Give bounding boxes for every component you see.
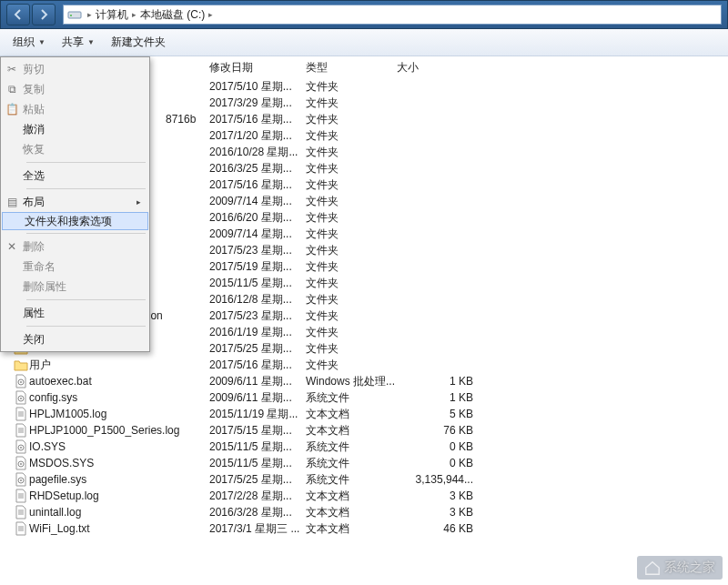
txt-icon	[13, 489, 29, 503]
file-type: 系统文件	[306, 390, 397, 406]
file-date: 2017/5/23 星期...	[209, 308, 306, 324]
file-name: unintall.log	[29, 506, 209, 519]
window-titlebar: ▸ 计算机 ▸ 本地磁盘 (C:) ▸	[0, 0, 728, 29]
sys-icon	[13, 456, 29, 470]
menu-cut[interactable]: ✂ 剪切	[1, 59, 149, 79]
file-type: 文件夹	[306, 308, 397, 324]
table-row[interactable]: MSDOS.SYS2015/11/5 星期...系统文件0 KB	[13, 455, 728, 471]
svg-point-5	[20, 398, 22, 399]
file-size: 46 KB	[397, 522, 479, 535]
menu-separator	[26, 299, 146, 300]
table-row[interactable]: HPLJP1000_P1500_Series.log2017/5/15 星期..…	[13, 422, 728, 439]
file-date: 2016/1/19 星期...	[209, 325, 306, 340]
file-date: 2009/6/11 星期...	[209, 390, 306, 406]
menu-close[interactable]: 关闭	[1, 329, 149, 349]
file-size: 0 KB	[397, 457, 479, 469]
file-type: Windows 批处理...	[306, 374, 397, 389]
header-size[interactable]: 大小	[397, 60, 479, 76]
file-date: 2017/5/10 星期...	[209, 79, 306, 95]
file-date: 2015/11/5 星期...	[209, 276, 306, 291]
share-button[interactable]: 共享 ▼	[55, 31, 104, 54]
file-name: 用户	[29, 358, 209, 373]
file-date: 2017/5/16 星期...	[209, 112, 306, 127]
file-date: 2016/10/28 星期...	[209, 145, 306, 160]
file-type: 文件夹	[306, 79, 397, 95]
menu-rename[interactable]: 重命名	[1, 257, 149, 277]
header-type[interactable]: 类型	[306, 60, 397, 76]
bat-icon	[13, 374, 29, 388]
breadcrumb-segment[interactable]: 计算机	[94, 7, 130, 23]
file-name: HPLJP1000_P1500_Series.log	[29, 424, 209, 437]
file-date: 2015/11/5 星期...	[209, 456, 306, 471]
menu-select-all[interactable]: 全选	[1, 166, 149, 186]
file-type: 文件夹	[306, 128, 397, 144]
file-type: 文本文档	[306, 521, 397, 537]
table-row[interactable]: RHDSetup.log2017/2/28 星期...文本文档3 KB	[13, 488, 728, 504]
table-row[interactable]: 用户2017/5/16 星期...文件夹	[13, 357, 728, 373]
menu-paste[interactable]: 📋 粘贴	[1, 99, 149, 119]
content-area: 修改日期 类型 大小 ✂ 剪切 ⧉ 复制 📋 粘贴 撤消 恢复 全选	[0, 56, 728, 585]
file-name: WiFi_Log.txt	[29, 522, 209, 535]
file-date: 2017/2/28 星期...	[209, 489, 306, 504]
table-row[interactable]: WiFi_Log.txt2017/3/1 星期三 ...文本文档46 KB	[13, 520, 728, 537]
organize-button[interactable]: 组织 ▼	[5, 31, 55, 54]
svg-point-7	[20, 447, 22, 449]
file-date: 2016/3/25 星期...	[209, 161, 306, 177]
txt-icon	[13, 407, 29, 421]
chevron-right-icon: ▸	[136, 197, 149, 207]
file-type: 文件夹	[306, 227, 397, 242]
header-date[interactable]: 修改日期	[209, 60, 306, 76]
file-name: pagefile.sys	[29, 473, 209, 486]
file-date: 2015/11/5 星期...	[209, 439, 306, 455]
file-type: 文件夹	[306, 161, 397, 177]
file-date: 2016/3/28 星期...	[209, 505, 306, 520]
table-row[interactable]: IO.SYS2015/11/5 星期...系统文件0 KB	[13, 439, 728, 455]
address-bar[interactable]: ▸ 计算机 ▸ 本地磁盘 (C:) ▸	[63, 5, 722, 25]
file-date: 2017/5/19 星期...	[209, 259, 306, 275]
file-date: 2017/3/29 星期...	[209, 96, 306, 111]
file-type: 文件夹	[306, 194, 397, 209]
txt-icon	[13, 521, 29, 536]
chevron-down-icon: ▼	[38, 38, 46, 46]
svg-point-3	[20, 381, 22, 383]
table-row[interactable]: HPLJM1005.log2015/11/19 星期...文本文档5 KB	[13, 406, 728, 422]
menu-remove-properties[interactable]: 删除属性	[1, 277, 149, 297]
file-type: 文件夹	[306, 177, 397, 193]
file-date: 2009/6/11 星期...	[209, 374, 306, 389]
new-folder-label: 新建文件夹	[111, 35, 166, 50]
table-row[interactable]: pagefile.sys2017/5/25 星期...系统文件3,135,944…	[13, 471, 728, 488]
menu-folder-search-options[interactable]: 文件夹和搜索选项	[2, 212, 148, 230]
file-type: 文本文档	[306, 407, 397, 422]
menu-undo[interactable]: 撤消	[1, 119, 149, 139]
menu-copy[interactable]: ⧉ 复制	[1, 79, 149, 99]
file-name: autoexec.bat	[29, 375, 209, 388]
file-name: MSDOS.SYS	[29, 457, 209, 469]
menu-layout[interactable]: ▤ 布局 ▸	[1, 192, 149, 212]
new-folder-button[interactable]: 新建文件夹	[104, 31, 175, 54]
file-size: 3 KB	[397, 489, 479, 502]
nav-forward-button[interactable]	[32, 4, 56, 25]
paste-icon: 📋	[1, 103, 23, 116]
file-type: 文件夹	[306, 341, 397, 357]
file-type: 文件夹	[306, 292, 397, 308]
column-headers[interactable]: 修改日期 类型 大小	[209, 56, 728, 78]
table-row[interactable]: unintall.log2016/3/28 星期...文本文档3 KB	[13, 504, 728, 520]
file-name: IO.SYS	[29, 440, 209, 453]
file-type: 文件夹	[306, 145, 397, 160]
sys-icon	[13, 439, 29, 454]
file-date: 2017/5/25 星期...	[209, 472, 306, 488]
file-type: 文件夹	[306, 96, 397, 111]
menu-redo[interactable]: 恢复	[1, 139, 149, 159]
nav-back-button[interactable]	[6, 4, 30, 25]
menu-properties[interactable]: 属性	[1, 303, 149, 323]
drive-icon	[67, 7, 82, 22]
table-row[interactable]: config.sys2009/6/11 星期...系统文件1 KB	[13, 389, 728, 406]
menu-delete[interactable]: ✕ 删除	[1, 237, 149, 257]
table-row[interactable]: autoexec.bat2009/6/11 星期...Windows 批处理..…	[13, 373, 728, 389]
svg-rect-1	[70, 15, 72, 16]
layout-icon: ▤	[1, 196, 23, 208]
file-date: 2015/11/19 星期...	[209, 407, 306, 422]
breadcrumb-segment[interactable]: 本地磁盘 (C:)	[138, 7, 207, 23]
file-type: 文件夹	[306, 259, 397, 275]
file-type: 系统文件	[306, 472, 397, 488]
